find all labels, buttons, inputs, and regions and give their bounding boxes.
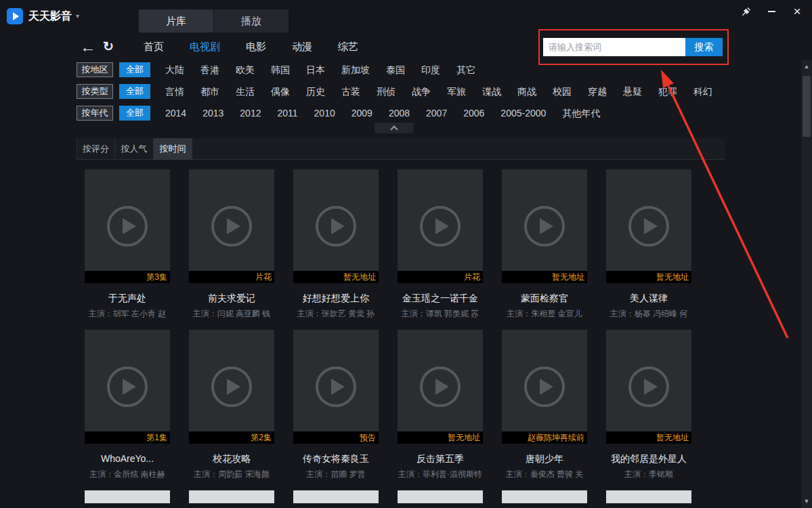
filter-option[interactable]: 都市 [200, 84, 219, 99]
filter-option[interactable]: 2014 [165, 106, 186, 121]
video-card[interactable]: 第1集WhoAreYo...主演：金所炫 南柱赫 [85, 330, 170, 490]
video-thumbnail[interactable]: 暂无地址 [398, 330, 483, 444]
video-thumbnail[interactable]: 暂无地址 [606, 169, 691, 283]
filter-option[interactable]: 泰国 [386, 62, 405, 77]
video-card[interactable]: 暂无地址蒙面检察官主演：朱相昱 金宣儿 [502, 169, 587, 330]
filter-option[interactable]: 偶像 [271, 84, 290, 99]
filter-option-all-region[interactable]: 全部 [119, 62, 150, 77]
video-thumbnail[interactable]: 第1集 [85, 330, 170, 444]
nav-item-home[interactable]: 首页 [144, 33, 164, 61]
filter-option[interactable]: 言情 [165, 84, 184, 99]
filter-option[interactable]: 印度 [421, 62, 440, 77]
filter-option[interactable]: 刑侦 [377, 84, 396, 99]
main-tabs: 片库播放 [139, 9, 289, 33]
video-card[interactable]: 第3集于无声处主演：胡军 左小青 赵 [85, 169, 170, 330]
video-title[interactable]: 于无声处 [85, 293, 170, 305]
search-button[interactable]: 搜索 [685, 38, 723, 56]
video-thumbnail[interactable]: 第3集 [85, 169, 170, 283]
filter-option[interactable]: 2011 [277, 106, 297, 121]
filter-option[interactable]: 2009 [351, 106, 372, 121]
filter-option[interactable]: 日本 [306, 62, 325, 77]
filter-option[interactable]: 犯罪 [658, 84, 677, 99]
collapse-filters-button[interactable] [375, 123, 414, 133]
filter-option[interactable]: 2006 [463, 106, 484, 121]
filter-option[interactable]: 2013 [202, 106, 223, 121]
video-title[interactable]: 校花攻略 [189, 453, 274, 465]
video-card[interactable]: 片花前夫求爱记主演：闫妮 高亚麟 钱 [189, 169, 274, 330]
filter-option[interactable]: 韩国 [271, 62, 290, 77]
filter-option[interactable]: 大陆 [165, 62, 184, 77]
video-card[interactable]: 预告传奇女将秦良玉主演：苗圃 罗晋 [293, 330, 379, 490]
filter-option[interactable]: 战争 [412, 84, 431, 99]
filter-option[interactable]: 科幻 [693, 84, 712, 99]
app-menu-caret-icon[interactable]: ▾ [76, 0, 79, 33]
video-thumbnail[interactable]: 片花 [398, 169, 483, 283]
filter-option[interactable]: 生活 [236, 84, 255, 99]
filter-option[interactable]: 谍战 [482, 84, 501, 99]
video-thumbnail[interactable]: 赵薇陈坤再续前 [502, 330, 587, 444]
filter-option[interactable]: 历史 [306, 84, 325, 99]
refresh-icon[interactable]: ↻ [103, 33, 114, 61]
main-tab-play[interactable]: 播放 [214, 9, 289, 33]
nav-item-movies[interactable]: 电影 [246, 33, 266, 61]
video-title[interactable]: 传奇女将秦良玉 [293, 453, 379, 465]
filter-option[interactable]: 穿越 [588, 84, 607, 99]
sort-tab-popularity[interactable]: 按人气 [115, 138, 154, 160]
video-thumbnail[interactable]: 暂无地址 [502, 169, 587, 283]
filter-option[interactable]: 欧美 [236, 62, 255, 77]
scroll-up-button[interactable]: ▲ [801, 60, 812, 73]
filter-option-all-year[interactable]: 全部 [119, 106, 150, 121]
pin-icon[interactable] [740, 5, 752, 18]
sort-tab-time[interactable]: 按时间 [154, 138, 192, 160]
filter-option[interactable]: 新加坡 [341, 62, 370, 77]
main-tab-library[interactable]: 片库 [139, 9, 213, 33]
video-card[interactable]: 暂无地址美人谋律主演：杨幂 冯绍峰 何 [606, 169, 691, 330]
filter-option[interactable]: 2012 [240, 106, 261, 121]
video-title[interactable]: 前夫求爱记 [189, 293, 274, 305]
video-title[interactable]: 美人谋律 [606, 293, 691, 305]
video-card[interactable]: 暂无地址反击第五季主演：菲利普·温彻斯特 [398, 330, 483, 490]
filter-option[interactable]: 军旅 [447, 84, 466, 99]
video-title[interactable]: 反击第五季 [398, 453, 483, 465]
scrollbar[interactable]: ▲ ▼ [801, 60, 812, 508]
filter-option[interactable]: 其他年代 [562, 106, 600, 121]
filter-option[interactable]: 香港 [200, 62, 219, 77]
sort-tab-rating[interactable]: 按评分 [77, 138, 115, 160]
back-icon[interactable]: ← [80, 33, 95, 61]
filter-option[interactable]: 古装 [341, 84, 360, 99]
video-card[interactable]: 暂无地址我的邻居是外星人主演：李铭顺 [606, 330, 691, 490]
close-button[interactable]: × [791, 5, 803, 18]
video-thumbnail[interactable]: 片花 [189, 169, 274, 283]
filter-option[interactable]: 2010 [314, 106, 335, 121]
filter-option-all-genre[interactable]: 全部 [119, 84, 150, 99]
video-card[interactable]: 暂无地址好想好想爱上你主演：张歆艺 黄觉 孙 [293, 169, 379, 330]
video-title[interactable]: 好想好想爱上你 [293, 293, 379, 305]
nav-item-anime[interactable]: 动漫 [292, 33, 312, 61]
video-title[interactable]: 我的邻居是外星人 [606, 453, 691, 465]
video-thumbnail[interactable]: 预告 [293, 330, 379, 444]
minimize-button[interactable] [765, 5, 777, 18]
video-thumbnail[interactable]: 暂无地址 [606, 330, 691, 444]
video-thumbnail[interactable]: 第2集 [189, 330, 274, 444]
filter-option[interactable]: 商战 [517, 84, 536, 99]
filter-option[interactable]: 2005-2000 [500, 106, 546, 121]
filter-option[interactable]: 悬疑 [623, 84, 642, 99]
filter-option[interactable]: 2007 [426, 106, 447, 121]
filter-option[interactable]: 其它 [456, 62, 475, 77]
scrollbar-thumb[interactable] [803, 76, 811, 137]
video-thumbnail[interactable]: 暂无地址 [293, 169, 379, 283]
video-title[interactable]: WhoAreYo... [85, 453, 170, 465]
video-card[interactable]: 第2集校花攻略主演：周韵茹 宋海颜 [189, 330, 274, 490]
filter-option[interactable]: 校园 [553, 84, 572, 99]
video-title[interactable]: 蒙面检察官 [502, 293, 587, 305]
video-card[interactable]: 片花金玉瑶之一诺千金主演：谭凯 郭羡妮 苏 [398, 169, 483, 330]
search-input[interactable] [543, 38, 685, 56]
filter-option[interactable]: 2008 [389, 106, 410, 121]
video-title[interactable]: 金玉瑶之一诺千金 [398, 293, 483, 305]
video-card[interactable]: 赵薇陈坤再续前唐朝少年主演：秦俊杰 曹骏 关 [502, 330, 587, 490]
video-badge: 暂无地址 [606, 271, 691, 283]
nav-item-tv-series[interactable]: 电视剧 [190, 33, 220, 61]
video-title[interactable]: 唐朝少年 [502, 453, 587, 465]
scroll-down-button[interactable]: ▼ [801, 494, 812, 508]
nav-item-variety[interactable]: 综艺 [338, 33, 358, 61]
